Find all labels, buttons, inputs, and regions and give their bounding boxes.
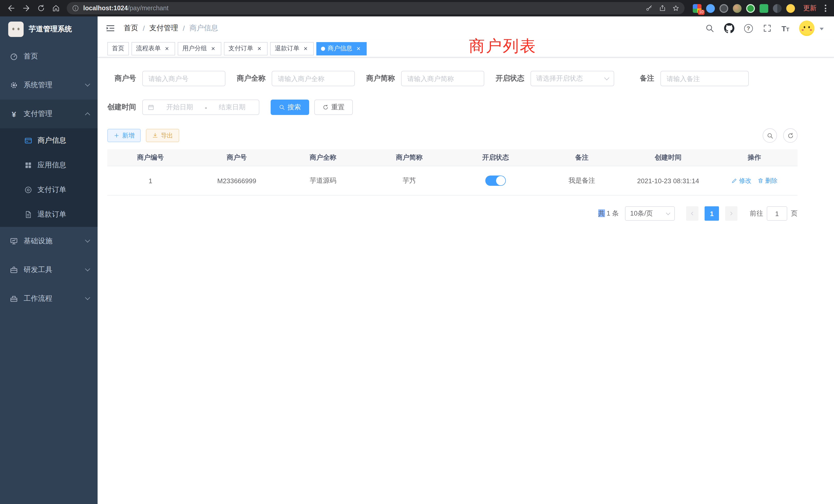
tag-merchant-info[interactable]: 商户信息× [316,42,367,55]
cell-full-name: 芋道源码 [280,176,366,185]
tag-label: 首页 [112,44,124,53]
back-arrow-icon [6,4,16,13]
sidebar-item-refund-order[interactable]: 退款订单 [0,202,97,227]
close-icon[interactable]: × [210,45,217,52]
share-icon[interactable] [659,5,666,12]
tag-label: 商户信息 [328,44,352,53]
sidebar-item-label: 研发工具 [24,265,52,275]
avatar[interactable] [799,21,814,36]
date-separator: - [205,104,207,111]
sidebar-item-pay-order[interactable]: 支付订单 [0,178,97,202]
close-icon[interactable]: × [163,45,171,52]
breadcrumb-home[interactable]: 首页 [124,24,138,33]
extension-icon-dark[interactable] [720,4,728,13]
edit-link[interactable]: 修改 [731,176,751,185]
password-key-icon[interactable] [645,5,653,12]
forward-button[interactable] [19,1,33,15]
merchant-no-input[interactable] [142,71,225,86]
chevron-left-icon [689,210,695,216]
help-icon[interactable]: ? [744,24,753,32]
search-button[interactable]: 搜索 [271,99,309,115]
tag-label: 用户分组 [182,44,207,53]
short-name-input[interactable] [401,71,484,86]
forward-arrow-icon [21,4,30,13]
document-icon [24,210,32,219]
toggle-search-button[interactable] [763,128,777,143]
cell-merchant-id: 1 [107,177,194,184]
col-header: 开启状态 [453,153,539,162]
status-select[interactable]: 请选择开启状态 [530,71,614,86]
sidebar-item-label: 基础设施 [24,236,52,246]
back-button[interactable] [4,1,18,15]
tag-refund-order[interactable]: 退款订单× [270,42,314,55]
refresh-table-button[interactable] [783,128,797,143]
extension-icon-emoji[interactable] [786,4,795,13]
filter-merchant-no: 商户号 [107,71,225,86]
pagination-goto: 前往 页 [750,206,797,221]
col-header: 商户编号 [107,153,194,162]
reset-button-label: 重置 [331,102,345,112]
extension-icon-blue[interactable] [706,4,715,13]
tag-pay-order[interactable]: 支付订单× [224,42,267,55]
search-icon[interactable] [705,24,714,33]
browser-update-button[interactable]: 更新 [803,4,816,13]
close-icon[interactable]: × [302,45,309,52]
github-icon[interactable] [724,23,734,33]
chevron-down-icon [85,237,90,242]
sidebar-item-workflow[interactable]: 工作流程 [0,284,97,313]
font-size-icon[interactable]: TT [781,24,789,32]
extension-icon-avatar[interactable] [733,4,742,13]
app-logo[interactable]: 芋道管理系统 [0,17,97,42]
reset-button[interactable]: 重置 [314,99,353,115]
avatar-caret-icon[interactable] [820,27,824,32]
delete-link[interactable]: 删除 [758,176,777,185]
page-number-button[interactable]: 1 [705,206,719,221]
next-page-button[interactable] [725,206,738,221]
full-name-input[interactable] [272,71,355,86]
toolbox-icon [10,266,18,274]
sidebar-item-payment[interactable]: ¥ 支付管理 [0,99,97,128]
browser-menu-button[interactable] [821,5,830,12]
sidebar-item-merchant-info[interactable]: 商户信息 [0,128,97,153]
cell-status [453,176,539,186]
fullscreen-icon[interactable] [762,24,772,33]
cell-actions: 修改 删除 [711,176,797,185]
home-button[interactable] [49,1,63,15]
add-button[interactable]: 新增 [107,129,141,142]
goto-page-input[interactable] [767,206,787,221]
col-header: 商户全称 [280,153,366,162]
extension-icon-grid[interactable]: 10 [693,4,702,13]
extension-icon-green-circle[interactable] [746,4,755,13]
sidebar-item-home[interactable]: 首页 [0,42,97,71]
prev-page-button[interactable] [686,206,698,221]
page-size-select[interactable]: 10条/页 [625,206,675,221]
close-icon[interactable]: × [355,45,362,52]
breadcrumb-payment[interactable]: 支付管理 [150,24,178,33]
refresh-icon [323,104,329,110]
close-icon[interactable]: × [256,45,263,52]
tag-process-form[interactable]: 流程表单× [131,42,175,55]
tag-user-group[interactable]: 用户分组× [178,42,221,55]
col-header: 备注 [539,153,625,162]
url-path: /pay/merchant [128,5,169,12]
address-bar[interactable]: localhost:1024/pay/merchant [67,2,684,14]
refresh-icon [787,132,794,139]
export-button[interactable]: 导出 [146,129,179,142]
sidebar-item-infrastructure[interactable]: 基础设施 [0,227,97,256]
status-toggle[interactable] [485,176,506,186]
bookmark-star-icon[interactable] [672,5,679,12]
hamburger-button[interactable] [105,23,115,33]
url-host: localhost:1024 [83,5,128,12]
date-range-picker[interactable]: 开始日期 - 结束日期 [142,99,259,115]
extension-icon-pinwheel[interactable] [773,4,782,13]
filter-label: 开启状态 [496,74,530,83]
sidebar-item-app-info[interactable]: 应用信息 [0,153,97,178]
sidebar-item-devtools[interactable]: 研发工具 [0,256,97,284]
sidebar-menu: 首页 系统管理 ¥ 支付管理 商户信息 [0,42,97,313]
tag-home[interactable]: 首页 [107,42,129,55]
remark-input[interactable] [660,71,749,86]
main-area: 商户列表 首页 / 支付管理 / 商户信息 ? TT [97,17,834,504]
sidebar-item-system[interactable]: 系统管理 [0,71,97,99]
extension-icon-green-square[interactable] [760,4,768,13]
refresh-button[interactable] [34,1,48,15]
